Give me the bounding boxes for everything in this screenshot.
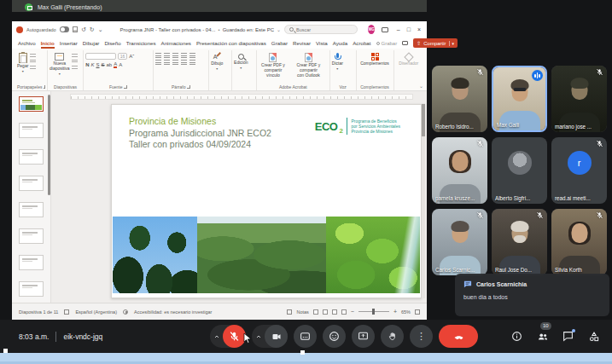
tab-archivo[interactable]: Archivo [18,40,36,46]
capture-handle[interactable] [300,350,305,355]
slide-thumbnail-7[interactable] [19,255,44,270]
maximize-button[interactable]: □ [407,26,411,32]
tab-diseno[interactable]: Diseño [104,40,120,46]
camera-options-chevron-icon[interactable] [252,333,265,340]
slideshow-icon[interactable] [341,309,347,315]
char-spacing-button[interactable]: ab [107,62,113,67]
account-avatar[interactable]: MG [368,25,375,34]
zoom-slider[interactable] [358,311,389,312]
section-icon[interactable] [72,66,78,70]
accessibility-status[interactable]: Accesibilidad: es necesario investigar [134,309,212,315]
indent-increase-icon[interactable] [181,53,187,58]
activities-button[interactable] [587,330,600,343]
font-color-button[interactable]: A [114,61,117,68]
numbering-icon[interactable] [164,53,170,58]
redo-icon[interactable]: ↻ [90,26,95,32]
people-panel-button[interactable]: 10 [536,330,549,343]
presenter-view-icon[interactable] [382,27,388,32]
normal-view-icon[interactable] [313,309,318,315]
reset-icon[interactable] [72,60,78,64]
dialog-launcher-icon[interactable] [124,85,127,89]
italic-button[interactable]: K [90,62,94,67]
participant-tile-raul[interactable]: Raul Jose Do... [492,209,547,275]
participant-tile-silvia[interactable]: Silvia Korth [551,209,607,275]
notes-button[interactable]: Notas [296,309,308,315]
cut-icon[interactable] [30,54,36,58]
more-options-button[interactable]: ⋮ [410,325,433,348]
reactions-button[interactable] [323,325,346,348]
slide-canvas[interactable]: Provincia de Misiones Programa Jurisdicc… [111,104,422,298]
columns-icon[interactable] [189,60,195,65]
addins-button[interactable]: Complementos [360,51,389,66]
copy-icon[interactable] [30,60,36,64]
slide-title-block[interactable]: Provincia de Misiones Programa Jurisdicc… [129,116,271,151]
record-button[interactable]: Grabar [376,41,398,46]
align-center-icon[interactable] [164,60,170,65]
tab-grabar[interactable]: Grabar [271,40,288,46]
slide-sorter-icon[interactable] [323,309,328,315]
zoom-in-button[interactable]: + [393,309,397,315]
bullets-icon[interactable] [155,53,161,58]
tab-vista[interactable]: Vista [316,40,328,46]
leave-call-button[interactable] [439,325,478,348]
editor-scrollbar[interactable] [422,103,425,298]
highlight-button[interactable]: A [119,62,122,67]
paste-button[interactable]: Pegar▾ [17,51,28,73]
capture-handle[interactable] [3,349,8,353]
slide-thumbnail-5[interactable] [19,202,44,217]
fit-to-window-icon[interactable] [415,309,420,315]
align-right-icon[interactable] [172,60,178,65]
tab-animaciones[interactable]: Animaciones [161,40,191,46]
reading-view-icon[interactable] [332,309,337,315]
share-button[interactable]: ⇧ Compartir ▾ [413,38,458,48]
create-pdf-outlook-button[interactable]: Crear PDF y compartir con Outlook [289,51,328,78]
participant-tile-pamela[interactable]: pamela krusze... [432,137,487,204]
meeting-details-button[interactable] [510,330,523,343]
tab-dibujar[interactable]: Dibujar [83,40,100,46]
tab-insertar[interactable]: Insertar [60,40,78,46]
present-button[interactable] [352,325,375,348]
edit-button[interactable]: Edición▾ [234,51,248,70]
raise-hand-button[interactable] [381,325,404,348]
designer-button[interactable]: Diseñador [399,51,418,66]
font-name-select[interactable] [85,53,116,60]
font-size-select[interactable]: 16 [118,53,127,60]
qat-dropdown-icon[interactable]: ⌄ [98,26,103,32]
tab-transiciones[interactable]: Transiciones [126,40,156,46]
chat-toast[interactable]: Carlos Scarnichia buen dia a todos [455,274,609,316]
search-input[interactable]: Buscar [284,25,358,34]
create-pdf-link-button[interactable]: Crear PDF y compartir vínculo [259,51,288,78]
captions-button[interactable] [294,325,317,348]
grow-font-icon[interactable]: Aˆ [129,54,134,59]
slide-thumbnail-3[interactable] [19,149,44,165]
underline-button[interactable]: S [96,62,99,67]
slide-thumbnail-1[interactable] [19,96,44,112]
minimize-button[interactable]: – [397,26,400,32]
participant-tile-mariano[interactable]: mariano jose ... [551,66,607,132]
comments-icon[interactable] [402,41,408,45]
participant-tile-alberto[interactable]: Alberto Sigfri... [492,137,547,204]
participant-tile-roberto[interactable]: Roberto Isidro... [432,66,487,132]
justify-icon[interactable] [181,60,187,65]
draw-button[interactable]: Dibujo▾ [211,51,223,71]
align-left-icon[interactable] [155,60,161,65]
tab-inicio[interactable]: Inicio [41,40,55,46]
slide-thumbnail-4[interactable] [19,176,44,191]
dictate-button[interactable]: Dictar▾ [332,51,343,71]
line-spacing-icon[interactable] [189,53,195,58]
close-button[interactable]: × [417,26,421,32]
document-title-area[interactable]: Programa JNR - Taller con privados - 04.… [120,26,281,32]
format-painter-icon[interactable] [30,66,36,70]
zoom-out-button[interactable]: − [351,309,354,315]
undo-icon[interactable]: ↺ [81,26,86,32]
thumbnail-scrollbar[interactable] [48,95,50,195]
tab-revisar[interactable]: Revisar [293,40,311,46]
participant-tile-carlos[interactable]: Carlos Scarnic... [432,209,487,275]
collapse-ribbon-icon[interactable]: ⌄ [419,83,423,89]
dialog-launcher-icon[interactable] [187,85,190,89]
new-slide-button[interactable]: Nueva diapositiva▾ [50,51,70,76]
participant-tile-max-galli[interactable]: Max Galli [492,66,547,132]
mic-options-chevron-icon[interactable] [210,333,223,340]
tab-ayuda[interactable]: Ayuda [333,40,347,46]
dialog-launcher-icon[interactable] [44,85,45,89]
